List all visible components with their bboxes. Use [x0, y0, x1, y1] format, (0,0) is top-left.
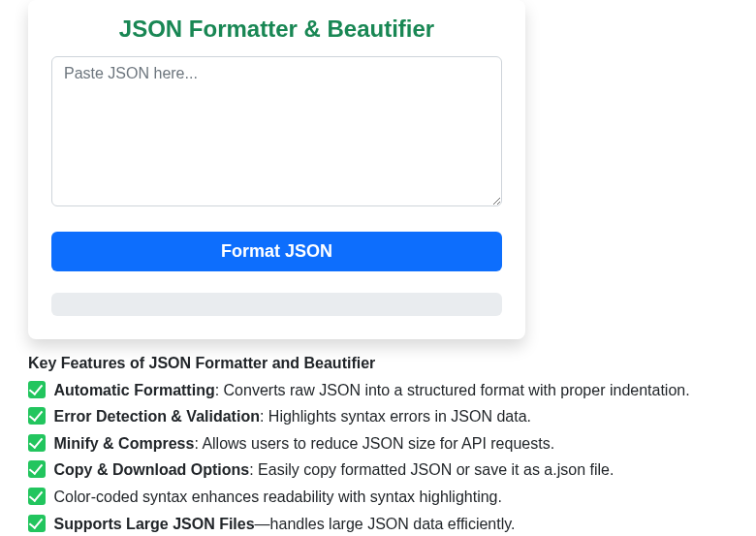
check-icon	[28, 515, 46, 532]
json-input[interactable]	[51, 56, 502, 206]
feature-bold: Copy & Download Options	[53, 461, 249, 478]
json-output	[51, 293, 502, 316]
check-icon	[28, 381, 46, 398]
check-icon	[28, 407, 46, 425]
feature-bold: Error Detection & Validation	[53, 408, 259, 425]
list-item: Minify & Compress: Allows users to reduc…	[28, 431, 756, 457]
format-json-button[interactable]: Format JSON	[51, 232, 502, 271]
feature-rest: Color-coded syntax enhances readability …	[53, 489, 501, 505]
list-item: Automatic Formatting: Converts raw JSON …	[28, 378, 756, 403]
check-icon	[28, 460, 46, 478]
list-item: Color-coded syntax enhances readability …	[28, 485, 756, 510]
list-item: Supports Large JSON Files—handles large …	[28, 512, 756, 536]
features-heading: Key Features of JSON Formatter and Beaut…	[28, 351, 756, 376]
list-item: Error Detection & Validation: Highlights…	[28, 404, 756, 429]
feature-bold: Automatic Formatting	[53, 382, 214, 398]
feature-rest: : Highlights syntax errors in JSON data.	[260, 408, 531, 425]
formatter-card: JSON Formatter & Beautifier Format JSON	[28, 0, 525, 339]
feature-rest: —handles large JSON data efficiently.	[255, 516, 516, 532]
feature-bold: Supports Large JSON Files	[53, 516, 254, 532]
check-icon	[28, 488, 46, 505]
feature-rest: : Allows users to reduce JSON size for A…	[194, 435, 554, 452]
card-title: JSON Formatter & Beautifier	[51, 16, 502, 43]
feature-bold: Minify & Compress	[53, 435, 194, 452]
list-item: Copy & Download Options: Easily copy for…	[28, 457, 756, 483]
features-list: Automatic Formatting: Converts raw JSON …	[28, 378, 756, 536]
feature-rest: : Converts raw JSON into a structured fo…	[215, 382, 690, 398]
check-icon	[28, 434, 46, 452]
feature-rest: : Easily copy formatted JSON or save it …	[249, 461, 614, 478]
features-section: Key Features of JSON Formatter and Beaut…	[28, 351, 756, 536]
